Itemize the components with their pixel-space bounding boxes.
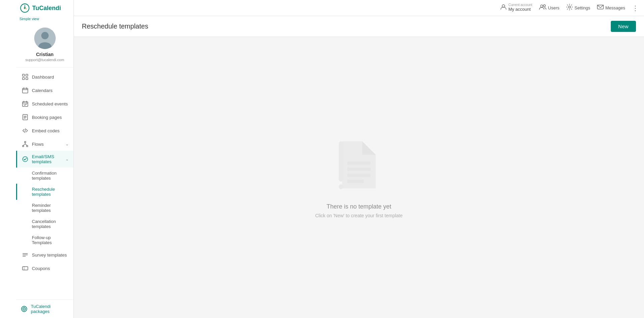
- sidebar-item-coupons[interactable]: Coupons: [16, 262, 73, 275]
- svg-rect-45: [347, 168, 371, 171]
- avatar: [34, 28, 56, 49]
- sidebar-item-label-survey-templates: Survey templates: [32, 253, 67, 258]
- account-icon: [500, 4, 507, 12]
- user-email: support@tucalendi.com: [25, 58, 64, 62]
- current-account-label: Current account: [508, 3, 532, 7]
- sidebar-item-calendars[interactable]: Calendars: [16, 84, 73, 97]
- page-content: Reschedule templates New: [74, 16, 644, 318]
- sidebar-item-follow-up-templates[interactable]: Follow-up Templates: [16, 232, 73, 248]
- logo-icon: [19, 3, 30, 13]
- email-sms-chevron: ⌄: [65, 157, 69, 162]
- page-header: Reschedule templates New: [74, 16, 644, 37]
- flow-icon: [22, 141, 29, 147]
- svg-rect-15: [22, 102, 28, 106]
- empty-state-title: There is no template yet: [326, 203, 391, 210]
- sidebar: TuCalendi Simple view Cristian support@t…: [0, 0, 74, 318]
- survey-icon: [22, 252, 29, 258]
- main-container: Current account My account Users: [74, 0, 644, 318]
- messages-item[interactable]: Messages: [597, 4, 625, 12]
- flows-chevron: ⌄: [65, 142, 69, 146]
- svg-line-29: [25, 144, 27, 145]
- code-icon: [22, 127, 29, 134]
- svg-rect-34: [22, 267, 28, 270]
- svg-rect-47: [347, 180, 364, 183]
- svg-point-30: [23, 157, 28, 162]
- sidebar-item-reschedule-templates[interactable]: Reschedule templates: [16, 184, 73, 200]
- simple-view-label[interactable]: Simple view: [16, 16, 73, 23]
- nav-menu: Dashboard Calendars: [16, 67, 73, 300]
- sidebar-item-confirmation-templates[interactable]: Confirmation templates: [16, 168, 73, 184]
- packages-icon: [21, 306, 28, 312]
- svg-rect-48: [339, 141, 343, 182]
- current-account-item[interactable]: Current account My account: [500, 3, 532, 12]
- svg-point-24: [24, 141, 26, 143]
- svg-line-28: [23, 144, 25, 145]
- sidebar-item-cancellation-templates[interactable]: Cancellation templates: [16, 216, 73, 232]
- top-header: Current account My account Users: [74, 0, 644, 16]
- svg-rect-46: [347, 174, 371, 177]
- sidebar-item-label-booking-pages: Booking pages: [32, 115, 62, 120]
- logo-text: TuCalendi: [32, 5, 61, 12]
- users-item[interactable]: Users: [539, 4, 559, 12]
- sidebar-item-label-calendars: Calendars: [32, 88, 53, 93]
- logo-area: TuCalendi: [16, 0, 73, 16]
- empty-state-subtitle: Click on 'New' to create your first temp…: [315, 213, 403, 218]
- svg-rect-7: [22, 74, 24, 76]
- sidebar-item-label-scheduled-events: Scheduled events: [32, 101, 68, 106]
- sidebar-item-label-flows: Flows: [32, 142, 44, 147]
- svg-point-40: [540, 5, 543, 7]
- page-title: Reschedule templates: [82, 22, 148, 30]
- coupon-icon: [22, 265, 29, 272]
- more-options-icon[interactable]: ⋮: [632, 4, 639, 12]
- svg-rect-9: [22, 78, 24, 80]
- settings-icon: [566, 4, 573, 12]
- check-calendar-icon: [22, 100, 29, 107]
- users-icon: [539, 4, 546, 12]
- sidebar-item-flows[interactable]: Flows ⌄: [16, 137, 73, 151]
- svg-point-25: [22, 145, 24, 147]
- svg-point-38: [24, 309, 24, 309]
- svg-point-49: [339, 184, 343, 189]
- calendar-icon: [22, 87, 29, 94]
- svg-point-42: [569, 6, 571, 8]
- sidebar-bottom: TuCalendi packages: [16, 300, 73, 318]
- sidebar-item-embed-codes[interactable]: Embed codes: [16, 124, 73, 137]
- svg-rect-11: [22, 88, 28, 93]
- page-icon: [22, 114, 29, 121]
- sidebar-item-survey-templates[interactable]: Survey templates: [16, 248, 73, 262]
- email-sms-submenu: Confirmation templates Reschedule templa…: [16, 168, 73, 248]
- new-button[interactable]: New: [611, 21, 636, 32]
- sidebar-item-reminder-templates[interactable]: Reminder templates: [16, 200, 73, 216]
- svg-rect-44: [347, 162, 371, 165]
- user-profile: Cristian support@tucalendi.com: [16, 23, 73, 67]
- sidebar-item-email-sms-templates[interactable]: Email/SMS templates ⌄: [16, 151, 73, 168]
- sidebar-item-label-embed-codes: Embed codes: [32, 128, 60, 133]
- account-text: Current account My account: [508, 3, 532, 12]
- svg-point-5: [41, 32, 49, 39]
- my-account-label: My account: [508, 7, 532, 12]
- tucalendi-packages-link[interactable]: TuCalendi packages: [21, 304, 69, 314]
- sidebar-item-label-email-sms: Email/SMS templates: [32, 154, 65, 164]
- grid-icon: [22, 74, 29, 80]
- messages-label: Messages: [605, 5, 625, 10]
- sidebar-item-scheduled-events[interactable]: Scheduled events: [16, 97, 73, 110]
- sidebar-item-label-dashboard: Dashboard: [32, 75, 54, 80]
- sidebar-item-label-coupons: Coupons: [32, 266, 50, 271]
- svg-rect-8: [26, 74, 28, 76]
- users-label: Users: [548, 5, 559, 10]
- settings-item[interactable]: Settings: [566, 4, 590, 12]
- svg-point-26: [26, 145, 28, 147]
- tucalendi-packages-label: TuCalendi packages: [31, 304, 69, 314]
- sidebar-item-dashboard[interactable]: Dashboard: [16, 70, 73, 84]
- svg-line-23: [25, 129, 25, 133]
- sidebar-item-booking-pages[interactable]: Booking pages: [16, 110, 73, 124]
- empty-icon: [332, 135, 386, 196]
- check-icon: [22, 156, 29, 163]
- svg-point-41: [543, 5, 545, 7]
- svg-rect-10: [26, 78, 28, 80]
- messages-icon: [597, 4, 604, 12]
- settings-label: Settings: [575, 5, 590, 10]
- user-name: Cristian: [36, 52, 53, 57]
- empty-state: There is no template yet Click on 'New' …: [74, 37, 644, 316]
